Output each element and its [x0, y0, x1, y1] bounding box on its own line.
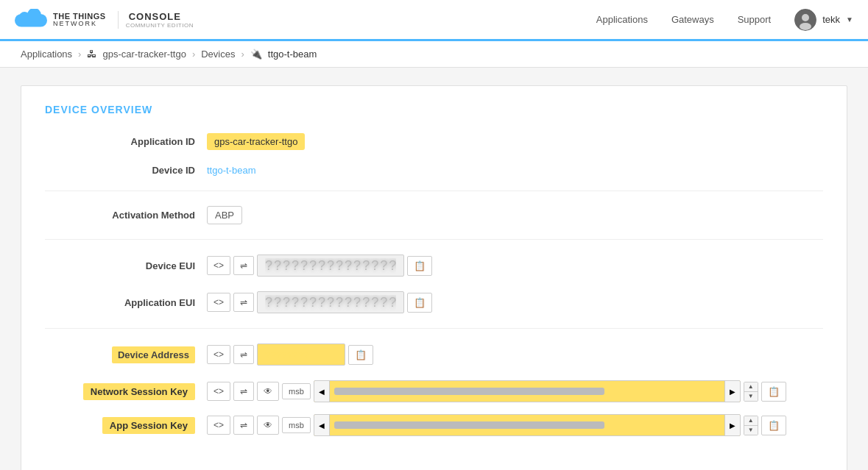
network-key-scroll-container: ◀ ▶: [314, 380, 741, 402]
chevron-down-icon: ▼: [846, 15, 853, 24]
divider-3: [45, 328, 823, 329]
device-eui-row: Device EUI <> ⇌ 📋: [45, 254, 823, 277]
breadcrumb: Applications › 🖧 gps-car-tracker-ttgo › …: [0, 41, 868, 68]
app-key-code-toggle[interactable]: <>: [207, 416, 230, 435]
network-key-scroll-left[interactable]: ◀: [314, 381, 330, 402]
network-key-scrollbar[interactable]: [334, 388, 604, 395]
network-key-code-toggle[interactable]: <>: [207, 382, 230, 401]
console-edition-label: COMMUNITY EDITION: [126, 22, 194, 29]
brand-top-label: THE THINGS: [53, 12, 106, 21]
divider-2: [45, 239, 823, 240]
device-id-value: ttgo-t-beam: [207, 165, 255, 176]
device-address-label: Device Address: [45, 349, 207, 360]
user-avatar: [794, 9, 816, 31]
cloud-logo-icon: [15, 9, 47, 31]
device-eui-controls: <> ⇌ 📋: [207, 254, 432, 277]
app-session-key-label: App Session Key: [102, 417, 195, 434]
network-key-copy-btn[interactable]: 📋: [761, 382, 786, 402]
brand-network-label: NETWORK: [53, 21, 106, 28]
logo-area: THE THINGS NETWORK CONSOLE COMMUNITY EDI…: [15, 9, 194, 31]
app-key-scroll-track: [330, 415, 724, 435]
top-bar: THE THINGS NETWORK CONSOLE COMMUNITY EDI…: [0, 0, 868, 41]
app-eui-row: Application EUI <> ⇌ 📋: [45, 291, 823, 313]
breadcrumb-sep-1: ›: [78, 49, 81, 60]
app-key-swap-btn[interactable]: ⇌: [233, 416, 254, 435]
application-id-row: Application ID gps-car-tracker-ttgo: [45, 133, 823, 150]
app-key-scroll-up[interactable]: ▲: [744, 416, 758, 426]
network-key-scroll-track: [330, 381, 724, 402]
network-key-msb: msb: [282, 383, 311, 399]
svg-point-4: [802, 14, 809, 21]
device-address-swap-btn[interactable]: ⇌: [233, 345, 254, 364]
network-key-scroll-down[interactable]: ▼: [744, 392, 758, 401]
app-eui-input[interactable]: [257, 291, 404, 313]
console-label: CONSOLE: [129, 11, 194, 22]
activation-method-value: ABP: [207, 206, 242, 224]
app-eui-label: Application EUI: [45, 297, 207, 308]
breadcrumb-device-id: ttgo-t-beam: [268, 49, 317, 60]
network-session-key-label-wrap: Network Session Key: [45, 383, 207, 400]
app-session-key-row: App Session Key <> ⇌ 👁 msb ◀ ▶ ▲ ▼: [45, 414, 823, 436]
app-key-copy-btn[interactable]: 📋: [761, 416, 786, 435]
device-address-label-text: Device Address: [112, 346, 195, 363]
app-key-scroll-right[interactable]: ▶: [724, 415, 740, 435]
device-eui-label: Device EUI: [45, 260, 207, 271]
section-title: DEVICE OVERVIEW: [45, 104, 823, 115]
network-key-scroll-updown: ▲ ▼: [744, 382, 758, 402]
breadcrumb-sep-2: ›: [192, 49, 195, 60]
network-session-key-row: Network Session Key <> ⇌ 👁 msb ◀ ▶ ▲ ▼: [45, 380, 823, 402]
breadcrumb-app-icon: 🖧: [87, 49, 96, 60]
network-session-key-controls: <> ⇌ 👁 msb ◀ ▶ ▲ ▼ 📋: [207, 380, 823, 402]
device-address-controls: <> ⇌ 📋: [207, 343, 373, 366]
device-id-row: Device ID ttgo-t-beam: [45, 165, 823, 176]
breadcrumb-applications[interactable]: Applications: [21, 49, 72, 60]
device-address-copy-btn[interactable]: 📋: [348, 345, 373, 365]
application-id-value: gps-car-tracker-ttgo: [207, 133, 305, 150]
app-session-key-controls: <> ⇌ 👁 msb ◀ ▶ ▲ ▼ 📋: [207, 414, 823, 436]
app-session-key-label-wrap: App Session Key: [45, 417, 207, 434]
app-eui-controls: <> ⇌ 📋: [207, 291, 432, 313]
activation-method-label: Activation Method: [45, 210, 207, 221]
app-eui-copy-btn[interactable]: 📋: [407, 293, 432, 313]
app-eui-swap-btn[interactable]: ⇌: [233, 293, 254, 312]
app-key-scroll-left[interactable]: ◀: [314, 415, 330, 435]
app-key-eye-btn[interactable]: 👁: [257, 416, 279, 435]
network-key-swap-btn[interactable]: ⇌: [233, 382, 254, 401]
device-id-label: Device ID: [45, 165, 207, 176]
svg-point-5: [800, 23, 811, 30]
app-key-scroll-container: ◀ ▶: [314, 414, 741, 436]
app-key-msb: msb: [282, 417, 311, 433]
avatar-icon: [794, 9, 816, 31]
app-eui-code-toggle[interactable]: <>: [207, 293, 230, 312]
divider-1: [45, 191, 823, 191]
application-id-label: Application ID: [45, 136, 207, 147]
device-address-input[interactable]: [257, 343, 345, 366]
app-key-scroll-updown: ▲ ▼: [744, 416, 758, 435]
breadcrumb-devices[interactable]: Devices: [201, 49, 235, 60]
network-key-eye-btn[interactable]: 👁: [257, 382, 279, 401]
device-eui-copy-btn[interactable]: 📋: [407, 256, 432, 276]
console-text: CONSOLE COMMUNITY EDITION: [118, 11, 194, 29]
breadcrumb-app-id[interactable]: gps-car-tracker-ttgo: [102, 49, 186, 60]
device-eui-swap-btn[interactable]: ⇌: [233, 256, 254, 275]
main-content: DEVICE OVERVIEW Application ID gps-car-t…: [0, 68, 868, 470]
activation-method-row: Activation Method ABP: [45, 206, 823, 224]
top-nav: Applications Gateways Support tekk ▼: [596, 9, 853, 31]
device-address-row: Device Address <> ⇌ 📋: [45, 343, 823, 366]
network-key-scroll-up[interactable]: ▲: [744, 382, 758, 392]
app-key-scroll-down[interactable]: ▼: [744, 426, 758, 435]
network-key-scroll-right[interactable]: ▶: [724, 381, 740, 402]
nav-gateways[interactable]: Gateways: [671, 14, 714, 25]
device-eui-input[interactable]: [257, 254, 404, 277]
user-area[interactable]: tekk ▼: [794, 9, 853, 31]
breadcrumb-sep-3: ›: [241, 49, 244, 60]
nav-support[interactable]: Support: [738, 14, 772, 25]
app-key-scrollbar[interactable]: [334, 421, 604, 429]
network-session-key-label: Network Session Key: [83, 383, 195, 400]
user-name: tekk: [822, 14, 840, 25]
device-eui-code-toggle[interactable]: <>: [207, 256, 230, 275]
brand-text: THE THINGS NETWORK: [53, 12, 106, 28]
nav-applications[interactable]: Applications: [596, 14, 648, 25]
device-overview-card: DEVICE OVERVIEW Application ID gps-car-t…: [21, 85, 847, 470]
device-address-code-toggle[interactable]: <>: [207, 345, 230, 364]
